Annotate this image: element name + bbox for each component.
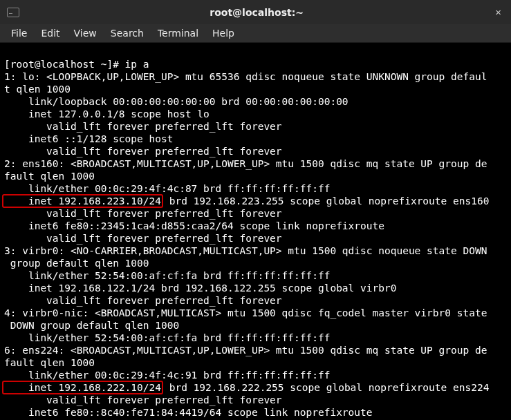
highlight-ens160-inet: inet 192.168.223.10/24	[2, 194, 163, 208]
out-line: group default qlen 1000	[4, 258, 149, 269]
out-line: inet6 fe80::8c40:fe71:84:4419/64 scope l…	[4, 407, 378, 418]
out-line: DOWN group default qlen 1000	[4, 320, 179, 331]
out-line: inet6 ::1/128 scope host	[4, 133, 179, 144]
out-line: inet 127.0.0.1/8 scope host lo	[4, 108, 210, 120]
out-line: valid_lft forever preferred_lft forever	[4, 121, 282, 132]
shell-prompt: [root@localhost ~]#	[4, 59, 125, 70]
out-line: link/ether 00:0c:29:4f:4c:87 brd ff:ff:f…	[4, 183, 330, 194]
menu-edit[interactable]: Edit	[34, 26, 66, 41]
out-line: inet6 fe80::2345:1ca4:d855:caa2/64 scope…	[4, 220, 391, 231]
out-line: inet 192.168.122.1/24 brd 192.168.122.25…	[4, 283, 396, 294]
menubar: File Edit View Search Terminal Help	[0, 24, 511, 43]
out-line: brd 192.168.223.255 scope global noprefi…	[163, 195, 489, 207]
out-line: link/ether 00:0c:29:4f:4c:91 brd ff:ff:f…	[4, 370, 330, 381]
out-line: fault qlen 1000	[4, 357, 95, 368]
titlebar: root@localhost:~ ×	[0, 0, 511, 24]
menu-file[interactable]: File	[4, 26, 34, 41]
terminal-output[interactable]: [root@localhost ~]# ip a 1: lo: <LOOPBAC…	[0, 43, 511, 420]
out-line: link/ether 52:54:00:af:cf:fa brd ff:ff:f…	[4, 332, 330, 343]
highlight-ens224-inet: inet 192.168.222.10/24	[2, 381, 163, 394]
out-line: 4: virbr0-nic: <BROADCAST,MULTICAST> mtu…	[4, 307, 487, 318]
window-title: root@localhost:~	[22, 7, 491, 18]
out-line: link/loopback 00:00:00:00:00:00 brd 00:0…	[4, 96, 349, 107]
out-line: link/ether 52:54:00:af:cf:fa brd ff:ff:f…	[4, 270, 330, 281]
out-line: 2: ens160: <BROADCAST,MULTICAST,UP,LOWER…	[4, 158, 487, 169]
out-line: valid_lft forever preferred_lft forever	[4, 233, 282, 244]
close-icon[interactable]: ×	[491, 5, 505, 19]
menu-terminal[interactable]: Terminal	[151, 26, 205, 41]
menu-view[interactable]: View	[67, 26, 104, 41]
out-line: 3: virbr0: <NO-CARRIER,BROADCAST,MULTICA…	[4, 245, 487, 256]
out-line: valid_lft forever preferred_lft forever	[4, 146, 282, 157]
out-line: valid_lft forever preferred_lft forever	[4, 295, 282, 306]
menu-search[interactable]: Search	[104, 26, 151, 41]
out-line: 6: ens224: <BROADCAST,MULTICAST,UP,LOWER…	[4, 345, 487, 356]
menu-help[interactable]: Help	[205, 26, 241, 41]
out-line: 1: lo: <LOOPBACK,UP,LOWER_UP> mtu 65536 …	[4, 71, 487, 82]
out-line: fault qlen 1000	[4, 171, 95, 182]
out-line: valid_lft forever preferred_lft forever	[4, 208, 282, 219]
out-line: valid_lft forever preferred_lft forever	[4, 394, 282, 405]
out-line: brd 192.168.222.255 scope global noprefi…	[163, 382, 489, 393]
out-line: t qlen 1000	[4, 84, 71, 95]
terminal-app-icon	[7, 8, 19, 17]
cmd: ip a	[125, 59, 149, 70]
